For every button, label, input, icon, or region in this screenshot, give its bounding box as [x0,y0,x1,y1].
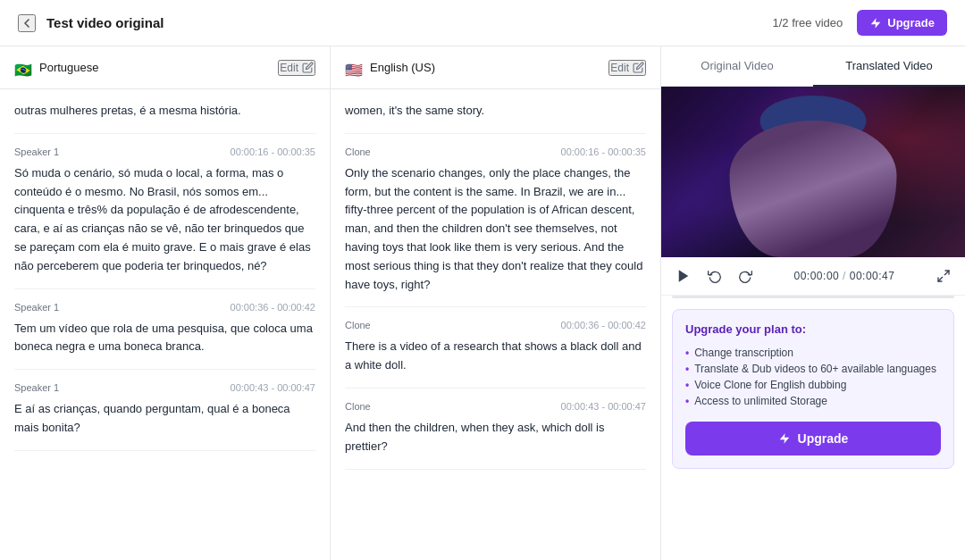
english-panel-header: 🇺🇸 English (US) Edit [331,46,660,89]
svg-marker-0 [679,271,689,283]
list-item: Clone 00:00:16 - 00:00:35 Only the scena… [345,134,646,308]
video-panel: Original Video Translated Video [661,46,965,560]
video-controls: 00:00:00 / 00:00:47 [661,257,965,296]
clone-label: Clone [345,401,371,412]
free-video-counter: 1/2 free video [772,16,843,29]
video-thumbnail [661,87,965,257]
list-item: Speaker 1 00:00:16 - 00:00:35 Só muda o … [14,134,315,289]
svg-line-1 [944,271,949,275]
segment-text: E aí as crianças, quando perguntam, qual… [14,400,315,438]
speaker-label: Speaker 1 [14,146,59,157]
forward-button[interactable] [734,265,756,287]
segment-text: Tem um vídeo que rola de uma pesquisa, q… [14,320,315,357]
time-range: 00:00:36 - 00:00:42 [231,302,315,313]
upgrade-box-title: Upgrade your plan to: [685,322,941,336]
list-item: Clone 00:00:36 - 00:00:42 There is a vid… [345,307,646,389]
portuguese-edit-button[interactable]: Edit [278,60,315,76]
english-panel: 🇺🇸 English (US) Edit women, it's the sam… [331,46,661,560]
time-range: 00:00:16 - 00:00:35 [561,146,646,157]
tab-translated-video[interactable]: Translated Video [813,46,965,87]
list-item: Speaker 1 00:00:36 - 00:00:42 Tem um víd… [14,289,315,371]
edit-icon [302,62,314,73]
segment-text: Só muda o cenário, só muda o local, a fo… [14,164,315,276]
list-item: Clone 00:00:43 - 00:00:47 And then the c… [345,389,646,470]
list-item: women, it's the same story. [345,89,646,134]
segment-meta: Clone 00:00:36 - 00:00:42 [345,320,646,330]
segment-text: There is a video of a research that show… [345,338,646,375]
main-content: 🇧🇷 Portuguese Edit outras mulheres preta… [0,46,965,560]
segment-meta: Speaker 1 00:00:43 - 00:00:47 [14,382,315,393]
speaker-label: Speaker 1 [14,302,59,313]
time-display: 00:00:00 / 00:00:47 [765,270,924,282]
time-range: 00:00:43 - 00:00:47 [561,401,646,412]
fullscreen-icon [936,269,951,283]
app-header: Test video original 1/2 free video Upgra… [0,0,965,46]
person-silhouette [730,121,897,257]
list-item: Translate & Dub videos to 60+ available … [685,361,941,377]
video-scene [661,87,965,257]
list-item: outras mulheres pretas, é a mesma histór… [14,89,315,134]
upgrade-action-button[interactable]: Upgrade [685,422,941,456]
fullscreen-button[interactable] [933,265,954,287]
play-button[interactable] [672,264,695,288]
time-range: 00:00:43 - 00:00:47 [231,382,315,393]
segment-text: outras mulheres pretas, é a mesma histór… [14,102,315,121]
list-item: Access to unlimited Storage [685,393,941,409]
speaker-label: Speaker 1 [14,382,59,393]
clone-label: Clone [345,146,371,157]
video-panel-content: 00:00:00 / 00:00:47 [661,87,965,560]
segment-text: And then the children, when they ask, wh… [345,419,646,456]
time-range: 00:00:36 - 00:00:42 [561,320,646,330]
portuguese-flag: 🇧🇷 [14,62,32,74]
english-panel-content: women, it's the same story. Clone 00:00:… [331,89,660,560]
portuguese-panel-content: outras mulheres pretas, é a mesma histór… [0,89,330,560]
progress-bar[interactable] [672,296,954,298]
segment-meta: Speaker 1 00:00:16 - 00:00:35 [14,146,315,157]
lightning-icon [869,17,882,29]
list-item: Change transcription [685,345,941,361]
edit-icon [633,62,644,73]
segment-meta: Clone 00:00:43 - 00:00:47 [345,401,646,412]
english-flag: 🇺🇸 [345,62,363,74]
video-container [661,87,965,257]
list-item: Speaker 1 00:00:43 - 00:00:47 E aí as cr… [14,370,315,451]
segment-text: Only the scenario changes, only the plac… [345,164,646,295]
back-button[interactable] [18,14,36,32]
segment-meta: Clone 00:00:16 - 00:00:35 [345,146,646,157]
rewind-button[interactable] [704,265,726,287]
play-icon [676,268,692,284]
video-tabs: Original Video Translated Video [661,46,965,87]
segment-meta: Speaker 1 00:00:36 - 00:00:42 [14,302,315,313]
upgrade-box: Upgrade your plan to: Change transcripti… [672,309,954,469]
svg-line-2 [938,278,943,282]
list-item: Voice Clone for English dubbing [685,377,941,393]
time-range: 00:00:16 - 00:00:35 [231,146,315,157]
portuguese-language-label: Portuguese [39,61,278,74]
tab-original-video[interactable]: Original Video [661,46,813,87]
segment-text: women, it's the same story. [345,102,646,121]
english-edit-button[interactable]: Edit [608,60,646,76]
forward-icon [738,269,752,283]
clone-label: Clone [345,320,371,330]
upgrade-features-list: Change transcription Translate & Dub vid… [685,345,941,409]
page-title: Test video original [46,15,772,30]
lightning-icon [778,432,791,445]
upgrade-header-button[interactable]: Upgrade [857,10,947,36]
rewind-icon [708,269,722,283]
english-language-label: English (US) [370,61,608,74]
portuguese-panel-header: 🇧🇷 Portuguese Edit [0,46,330,89]
portuguese-panel: 🇧🇷 Portuguese Edit outras mulheres preta… [0,46,331,560]
